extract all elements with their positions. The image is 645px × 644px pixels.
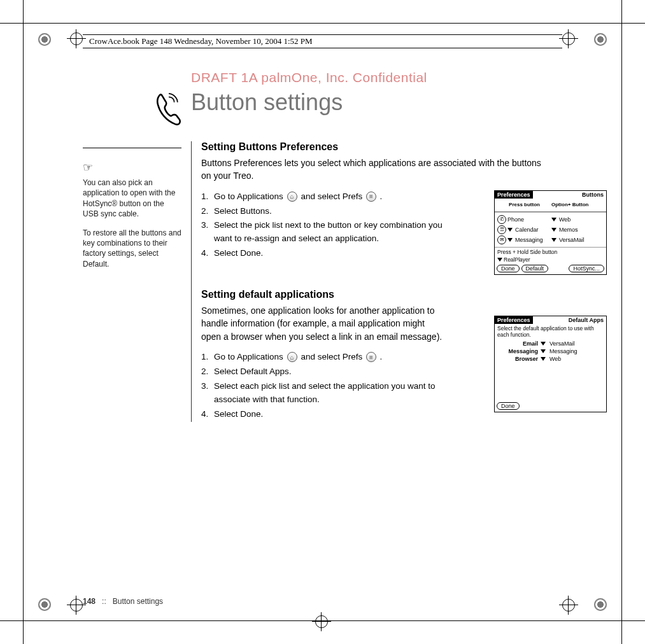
page-footer: 148 :: Button settings (83, 597, 163, 606)
phone-handset-icon (83, 90, 181, 135)
section-1-steps: 1. Go to Applications ⌂ and select Prefs… (201, 190, 443, 262)
calendar-icon: ☰ (497, 225, 506, 234)
section-2-steps: 1. Go to Applications ⌂ and select Prefs… (201, 351, 443, 421)
main-content: Setting Buttons Preferences Buttons Pref… (191, 141, 607, 422)
page-title: Button settings (191, 89, 607, 116)
section-1-heading: Setting Buttons Preferences (201, 141, 607, 153)
phone-icon: ✆ (497, 215, 506, 224)
framemaker-header: CrowAce.book Page 148 Wednesday, Novembe… (83, 34, 562, 48)
screenshot-default-apps: PreferencesDefault Apps Select the defau… (494, 316, 607, 412)
default-button: Default (521, 265, 549, 272)
section-2-intro: Sometimes, one application looks for ano… (201, 304, 443, 343)
section-1-intro: Buttons Preferences lets you select whic… (201, 157, 545, 183)
section-2-heading: Setting default applications (201, 289, 607, 300)
prefs-icon: ≡ (366, 352, 376, 362)
done-button: Done (497, 265, 520, 272)
sidebar: ☞ You can also pick an application to op… (83, 141, 191, 278)
messaging-icon: ✉ (497, 235, 506, 244)
sidebar-tip-1: You can also pick an application to open… (83, 178, 181, 219)
watermark: DRAFT 1A palmOne, Inc. Confidential (191, 70, 607, 85)
home-icon: ⌂ (287, 192, 297, 202)
screenshot-buttons-prefs: PreferencesButtons Press button Option+ … (494, 190, 607, 275)
tip-hand-icon: ☞ (83, 160, 181, 175)
header-text: CrowAce.book Page 148 Wednesday, Novembe… (83, 36, 313, 46)
hotsync-button: HotSync... (569, 265, 604, 272)
prefs-icon: ≡ (366, 192, 376, 202)
home-icon: ⌂ (287, 352, 297, 362)
done-button: Done (497, 402, 520, 410)
sidebar-tip-2: To restore all the buttons and key combi… (83, 228, 181, 269)
